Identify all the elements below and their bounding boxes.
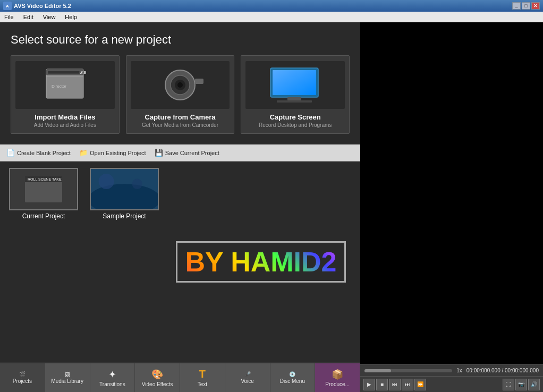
current-project-card[interactable]: ROLL SCENE TAKE Current Project (6, 168, 81, 356)
tool-text[interactable]: T Text (180, 363, 225, 392)
playback-scrubber[interactable] (364, 369, 452, 372)
projects-area: ROLL SCENE TAKE Current Project Sampl (0, 161, 360, 362)
next-button[interactable]: ⏭ (402, 379, 413, 390)
capture-screen-sub: Record Desktop and Programs (259, 122, 332, 128)
produce-label: Produce... (325, 381, 350, 387)
text-label: Text (198, 381, 207, 387)
transitions-icon: ✦ (108, 369, 116, 380)
transitions-label: Transitions (99, 381, 125, 387)
tool-voice[interactable]: 🎤 Voice (225, 363, 270, 392)
blank-icon: 📄 (6, 149, 15, 157)
import-media-title: Import Media Files (35, 113, 95, 121)
svg-rect-10 (195, 79, 203, 84)
watermark-text: BY HAMID2 (176, 241, 345, 283)
capture-screen-card[interactable]: Capture Screen Record Desktop and Progra… (241, 55, 350, 134)
window-controls: _ □ ✕ (512, 2, 540, 10)
save-project-button[interactable]: 💾 Save Current Project (155, 149, 219, 157)
capture-screen-image (245, 61, 345, 109)
app-title: AVS Video Editor 5.2 (14, 3, 71, 9)
tool-media-library[interactable]: 🖼 Media Library (45, 363, 90, 392)
svg-rect-14 (277, 100, 312, 103)
svg-point-20 (99, 174, 114, 189)
text-icon: T (199, 368, 206, 380)
volume-button[interactable]: 🔊 (528, 379, 540, 390)
tool-video-effects[interactable]: 🎨 Video Effects (135, 363, 180, 392)
quick-actions-bar: 📄 Create Blank Project 📁 Open Existing P… (0, 144, 360, 161)
prev-button[interactable]: ⏮ (389, 379, 401, 390)
svg-point-19 (91, 184, 158, 210)
right-panel: 1x 00:00:000.000 / 00:00:000.000 ▶ ■ ⏮ ⏭… (360, 22, 543, 392)
create-blank-button[interactable]: 📄 Create Blank Project (6, 149, 71, 157)
main-layout: Select source for a new project ROLL SCE… (0, 22, 543, 392)
svg-rect-4 (48, 71, 80, 74)
voice-label: Voice (241, 378, 253, 384)
capture-camera-card[interactable]: Capture from Camera Get Your Media from … (126, 55, 235, 134)
menu-file[interactable]: File (2, 13, 16, 21)
close-button[interactable]: ✕ (531, 2, 540, 10)
sample-project-card[interactable]: Sample Project (87, 168, 162, 356)
timecode-display: 00:00:000.000 / 00:00:000.000 (466, 368, 539, 373)
sample-project-thumb (90, 168, 159, 210)
voice-icon: 🎤 (244, 371, 251, 377)
snapshot-button[interactable]: 📷 (515, 379, 527, 390)
left-panel: Select source for a new project ROLL SCE… (0, 22, 360, 392)
svg-point-9 (177, 82, 183, 88)
svg-text:ROLL SCENE TAKE: ROLL SCENE TAKE (28, 177, 62, 181)
capture-screen-title: Capture Screen (270, 113, 321, 121)
save-project-label: Save Current Project (165, 150, 219, 156)
menubar: File Edit View Help (0, 12, 543, 22)
capture-camera-title: Capture from Camera (145, 113, 216, 121)
tool-produce[interactable]: 📦 Produce... (315, 363, 360, 392)
step-forward-button[interactable]: ⏩ (414, 379, 426, 390)
capture-camera-image (131, 61, 230, 109)
watermark-area: BY HAMID2 (168, 168, 354, 356)
capture-camera-sub: Get Your Media from Camcorder (142, 122, 218, 128)
current-project-label: Current Project (22, 212, 65, 220)
view-controls: ⛶ 📷 🔊 (503, 379, 540, 390)
effects-label: Video Effects (142, 381, 173, 387)
stop-button[interactable]: ■ (376, 379, 388, 390)
source-selection-area: Select source for a new project ROLL SCE… (0, 22, 360, 144)
menu-view[interactable]: View (41, 13, 58, 21)
projects-icon: 🎬 (19, 371, 26, 377)
import-media-sub: Add Video and Audio Files (34, 122, 96, 128)
effects-icon: 🎨 (151, 369, 163, 380)
media-icon: 🖼 (65, 371, 70, 377)
tool-projects[interactable]: 🎬 Projects (0, 363, 45, 392)
folder-icon: 📁 (79, 149, 88, 157)
projects-label: Projects (13, 378, 32, 384)
open-project-label: Open Existing Project (90, 150, 146, 156)
current-project-thumb: ROLL SCENE TAKE (9, 168, 78, 210)
play-button[interactable]: ▶ (363, 379, 375, 390)
disc-icon: 💿 (289, 371, 295, 377)
source-cards: ROLL SCENE TAKE Director Import Media Fi… (11, 55, 350, 134)
maximize-button[interactable]: □ (522, 2, 530, 10)
tool-disc-menu[interactable]: 💿 Disc Menu (270, 363, 316, 392)
tool-transitions[interactable]: ✦ Transitions (90, 363, 135, 392)
minimize-button[interactable]: _ (512, 2, 521, 10)
speed-row: 1x 00:00:000.000 / 00:00:000.000 (360, 364, 543, 376)
speed-display: 1x (456, 368, 462, 373)
open-project-button[interactable]: 📁 Open Existing Project (79, 149, 146, 157)
source-title: Select source for a new project (11, 33, 350, 47)
produce-icon: 📦 (332, 369, 343, 380)
create-blank-label: Create Blank Project (17, 150, 71, 156)
svg-text:Director: Director (52, 84, 66, 89)
import-media-card[interactable]: ROLL SCENE TAKE Director Import Media Fi… (11, 55, 120, 134)
preview-controls: ▶ ■ ⏮ ⏭ ⏩ ⛶ 📷 🔊 (360, 376, 543, 392)
save-icon: 💾 (155, 149, 163, 157)
fullscreen-button[interactable]: ⛶ (503, 379, 514, 390)
menu-help[interactable]: Help (63, 13, 79, 21)
toolbar: 🎬 Projects 🖼 Media Library ✦ Transitions… (0, 362, 360, 392)
titlebar: A AVS Video Editor 5.2 _ □ ✕ (0, 0, 543, 12)
sample-project-label: Sample Project (103, 212, 146, 220)
svg-rect-12 (273, 70, 316, 95)
svg-rect-13 (287, 97, 301, 100)
media-label: Media Library (51, 378, 83, 384)
preview-area (360, 22, 543, 364)
svg-point-21 (132, 179, 142, 189)
disc-label: Disc Menu (280, 378, 305, 384)
app-icon: A (3, 2, 12, 10)
import-media-image: ROLL SCENE TAKE Director (15, 61, 115, 109)
menu-edit[interactable]: Edit (21, 13, 36, 21)
